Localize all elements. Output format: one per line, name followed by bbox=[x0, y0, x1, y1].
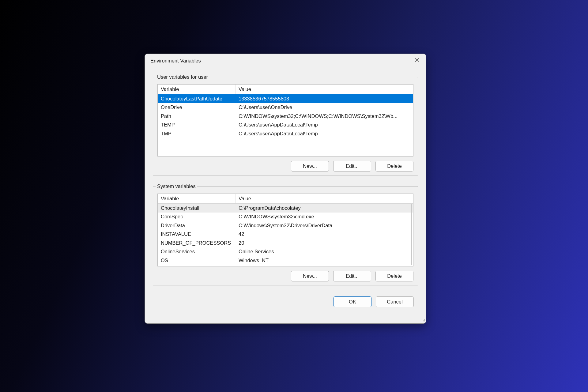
table-row[interactable]: OnlineServicesOnline Services bbox=[158, 247, 413, 256]
cancel-button[interactable]: Cancel bbox=[376, 296, 414, 307]
column-header-variable[interactable]: Variable bbox=[158, 194, 236, 203]
user-edit-button[interactable]: Edit... bbox=[333, 161, 371, 172]
scrollbar[interactable] bbox=[411, 204, 412, 265]
user-variables-legend: User variables for user bbox=[156, 74, 209, 80]
table-row[interactable]: ChocolateyInstallC:\ProgramData\chocolat… bbox=[158, 204, 413, 213]
cell-value: C:\Users\user\OneDrive bbox=[236, 103, 413, 112]
user-variables-table[interactable]: Variable Value ChocolateyLastPathUpdate1… bbox=[157, 84, 413, 156]
svg-rect-3 bbox=[424, 320, 425, 321]
system-buttons-row: New... Edit... Delete bbox=[157, 271, 413, 281]
titlebar: Environment Variables bbox=[145, 54, 426, 67]
system-new-button[interactable]: New... bbox=[291, 271, 329, 281]
table-row[interactable]: INSTAVALUE42 bbox=[158, 230, 413, 239]
cell-value: 42 bbox=[236, 230, 413, 239]
svg-rect-2 bbox=[424, 319, 425, 320]
svg-rect-7 bbox=[422, 322, 422, 322]
table-row[interactable]: OSWindows_NT bbox=[158, 256, 413, 265]
svg-rect-6 bbox=[423, 322, 424, 322]
user-buttons-row: New... Edit... Delete bbox=[157, 161, 413, 172]
column-header-value[interactable]: Value bbox=[236, 85, 413, 94]
cell-value: 133385367578555803 bbox=[236, 94, 413, 103]
column-header-value[interactable]: Value bbox=[236, 194, 413, 203]
system-variables-legend: System variables bbox=[156, 183, 197, 189]
table-row[interactable]: TMPC:\Users\user\AppData\Local\Temp bbox=[158, 129, 413, 138]
column-header-variable[interactable]: Variable bbox=[158, 85, 236, 94]
table-row[interactable]: TEMPC:\Users\user\AppData\Local\Temp bbox=[158, 121, 413, 130]
cell-value: C:\Users\user\AppData\Local\Temp bbox=[236, 129, 413, 138]
resize-grip-icon[interactable] bbox=[420, 318, 425, 323]
cell-value: Windows_NT bbox=[236, 256, 413, 265]
cell-value: C:\Users\user\AppData\Local\Temp bbox=[236, 121, 413, 130]
cell-value: C:\Windows\System32\Drivers\DriverData bbox=[236, 221, 413, 230]
cell-variable: INSTAVALUE bbox=[158, 230, 236, 239]
cell-variable: OneDrive bbox=[158, 103, 236, 112]
cell-value: C:\ProgramData\chocolatey bbox=[236, 204, 413, 213]
cell-variable: OnlineServices bbox=[158, 247, 236, 256]
cell-variable: NUMBER_OF_PROCESSORS bbox=[158, 239, 236, 247]
dialog-footer: OK Cancel bbox=[153, 296, 418, 307]
cell-variable: TMP bbox=[158, 129, 236, 138]
table-row[interactable]: DriverDataC:\Windows\System32\Drivers\Dr… bbox=[158, 221, 413, 230]
cell-variable: TEMP bbox=[158, 121, 236, 130]
table-row[interactable]: ComSpecC:\WINDOWS\system32\cmd.exe bbox=[158, 213, 413, 221]
close-button[interactable] bbox=[412, 56, 422, 66]
system-variables-group: System variables Variable Value Chocolat… bbox=[153, 183, 418, 285]
cell-variable: ComSpec bbox=[158, 213, 236, 221]
environment-variables-dialog: Environment Variables User variables for… bbox=[145, 54, 426, 324]
table-row[interactable]: PathC:\WINDOWS\system32;C:\WINDOWS;C:\WI… bbox=[158, 112, 413, 121]
cell-value: 20 bbox=[236, 239, 413, 247]
svg-rect-5 bbox=[424, 322, 425, 322]
table-row[interactable]: NUMBER_OF_PROCESSORS20 bbox=[158, 239, 413, 247]
dialog-title: Environment Variables bbox=[150, 58, 201, 64]
cell-variable: ChocolateyInstall bbox=[158, 204, 236, 213]
cell-variable: DriverData bbox=[158, 221, 236, 230]
user-table-header: Variable Value bbox=[158, 85, 413, 94]
cell-variable: Path bbox=[158, 112, 236, 121]
table-row[interactable]: ChocolateyLastPathUpdate1333853675785558… bbox=[158, 94, 413, 103]
table-row[interactable]: OneDriveC:\Users\user\OneDrive bbox=[158, 103, 413, 112]
close-icon bbox=[415, 58, 419, 64]
system-table-header: Variable Value bbox=[158, 194, 413, 204]
system-edit-button[interactable]: Edit... bbox=[333, 271, 371, 281]
ok-button[interactable]: OK bbox=[334, 296, 371, 307]
cell-value: Online Services bbox=[236, 247, 413, 256]
cell-value: C:\WINDOWS\system32\cmd.exe bbox=[236, 213, 413, 221]
cell-value: C:\WINDOWS\system32;C:\WINDOWS;C:\WINDOW… bbox=[236, 112, 413, 121]
user-delete-button[interactable]: Delete bbox=[375, 161, 413, 172]
system-variables-table[interactable]: Variable Value ChocolateyInstallC:\Progr… bbox=[157, 194, 413, 266]
cell-variable: ChocolateyLastPathUpdate bbox=[158, 94, 236, 103]
cell-variable: OS bbox=[158, 256, 236, 265]
svg-rect-4 bbox=[423, 320, 424, 321]
user-new-button[interactable]: New... bbox=[291, 161, 329, 172]
user-variables-group: User variables for user Variable Value C… bbox=[153, 74, 418, 175]
system-delete-button[interactable]: Delete bbox=[375, 271, 413, 281]
